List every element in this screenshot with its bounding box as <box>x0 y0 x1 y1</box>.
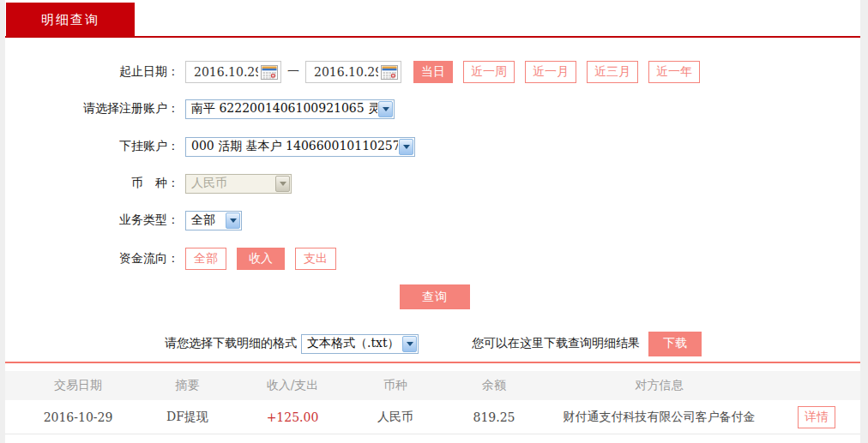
download-hint: 您可以在这里下载查询明细结果 <box>472 336 640 351</box>
currency-value: 人民币 <box>186 176 274 191</box>
header-currency: 币种 <box>361 378 430 393</box>
start-date-box <box>185 61 281 83</box>
quick-range-today-button[interactable]: 当日 <box>413 61 453 83</box>
date-range-label: 起止日期： <box>5 64 185 80</box>
business-type-row: 业务类型： 全部 <box>5 210 860 230</box>
cell-summary: DF提现 <box>151 410 224 425</box>
quick-range-month-button[interactable]: 近一月 <box>525 61 576 83</box>
date-range-row: 起止日期： 一 <box>5 60 860 84</box>
end-date-box <box>305 61 401 83</box>
cell-amount: +125.00 <box>224 410 361 424</box>
linked-account-value: 000 活期 基本户 1406600101102571848 <box>186 139 398 154</box>
chevron-down-icon <box>399 139 413 155</box>
fund-flow-row: 资金流向： 全部 收入 支出 <box>5 247 860 271</box>
calendar-icon[interactable] <box>381 65 398 80</box>
table-header-row: 交易日期 摘要 收入/支出 币种 余额 对方信息 <box>5 371 860 400</box>
download-format-select[interactable]: 文本格式（.txt） <box>301 334 419 354</box>
quick-range-year-button[interactable]: 近一年 <box>648 61 700 83</box>
cell-balance: 819.25 <box>430 410 558 424</box>
header-counterparty: 对方信息 <box>558 378 760 393</box>
download-format-value: 文本格式（.txt） <box>302 336 401 351</box>
register-account-label: 请选择注册账户： <box>5 101 185 117</box>
end-date-input[interactable] <box>306 63 378 81</box>
table-row: 2016-10-29 DF提现 +125.00 人民币 819.25 财付通支付… <box>5 400 860 434</box>
download-row: 请您选择下载明细的格式 文本格式（.txt） 您可以在这里下载查询明细结果 下载 <box>5 331 860 356</box>
fund-flow-label: 资金流向： <box>5 251 185 266</box>
chevron-down-icon <box>402 336 417 352</box>
currency-label: 币 种： <box>5 176 185 191</box>
table-top-divider <box>5 362 860 363</box>
linked-account-select[interactable]: 000 活期 基本户 1406600101102571848 <box>185 137 415 157</box>
fund-flow-expense-button[interactable]: 支出 <box>295 248 336 270</box>
tab-label: 明细查询 <box>41 12 99 28</box>
download-format-label: 请您选择下载明细的格式 <box>165 336 297 351</box>
linked-account-label: 下挂账户： <box>5 139 185 154</box>
download-button[interactable]: 下载 <box>648 332 702 356</box>
results-table: 交易日期 摘要 收入/支出 币种 余额 对方信息 2016-10-29 DF提现… <box>5 371 860 434</box>
header-income-expense: 收入/支出 <box>224 378 361 393</box>
header-trade-date: 交易日期 <box>5 378 151 393</box>
calendar-icon[interactable] <box>261 65 278 80</box>
register-account-row: 请选择注册账户： 南平 6222001406100921065 灵通卡 <box>5 99 860 119</box>
cell-trade-date: 2016-10-29 <box>5 410 151 424</box>
quick-range-week-button[interactable]: 近一周 <box>463 61 515 83</box>
detail-button[interactable]: 详情 <box>798 406 835 428</box>
register-account-select[interactable]: 南平 6222001406100921065 灵通卡 <box>185 99 395 119</box>
currency-row: 币 种： 人民币 <box>5 173 860 194</box>
business-type-select[interactable]: 全部 <box>185 211 242 230</box>
chevron-down-icon <box>378 101 393 117</box>
linked-account-row: 下挂账户： 000 活期 基本户 1406600101102571848 <box>5 136 860 157</box>
page-content: 明细查询 起止日期： 一 <box>5 0 860 443</box>
cell-currency: 人民币 <box>361 410 430 425</box>
start-date-input[interactable] <box>186 63 258 81</box>
register-account-value: 南平 6222001406100921065 灵通卡 <box>186 101 377 117</box>
fund-flow-all-button[interactable]: 全部 <box>185 248 226 270</box>
currency-select: 人民币 <box>185 174 292 194</box>
tab-detail-query[interactable]: 明细查询 <box>6 3 135 37</box>
header-balance: 余额 <box>430 378 558 393</box>
chevron-down-icon <box>226 213 240 229</box>
cell-counterparty: 财付通支付科技有限公司客户备付金 <box>558 410 760 425</box>
fund-flow-income-button[interactable]: 收入 <box>237 248 285 270</box>
business-type-value: 全部 <box>186 213 225 228</box>
query-button[interactable]: 查询 <box>400 284 470 309</box>
chevron-down-icon <box>275 176 290 192</box>
quick-range-3months-button[interactable]: 近三月 <box>587 61 638 83</box>
header-divider <box>5 36 860 38</box>
date-separator: 一 <box>287 64 299 80</box>
header-summary: 摘要 <box>151 378 224 393</box>
business-type-label: 业务类型： <box>5 213 185 228</box>
